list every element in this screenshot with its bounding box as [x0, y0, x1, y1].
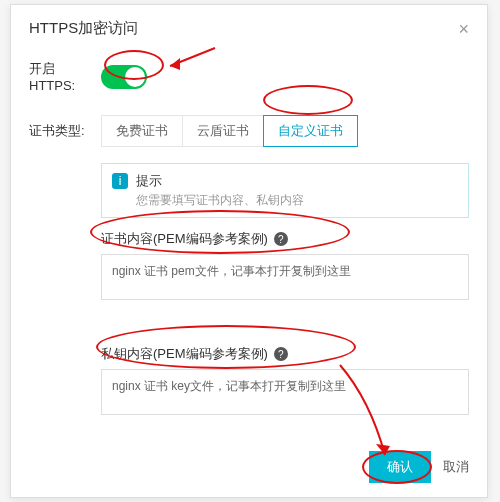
cert-content-label-text: 证书内容(PEM编码参考案例) [101, 230, 268, 248]
hint-text: 提示 您需要填写证书内容、私钥内容 [136, 172, 304, 209]
tab-free-cert[interactable]: 免费证书 [102, 116, 183, 146]
close-icon[interactable]: × [458, 20, 469, 38]
tab-custom-cert[interactable]: 自定义证书 [263, 115, 358, 147]
cancel-button[interactable]: 取消 [443, 458, 469, 476]
cert-content-label: 证书内容(PEM编码参考案例) ? [101, 230, 469, 248]
hint-subtitle: 您需要填写证书内容、私钥内容 [136, 192, 304, 209]
cert-type-row: 证书类型: 免费证书 云盾证书 自定义证书 [29, 115, 469, 147]
key-content-input[interactable] [101, 369, 469, 415]
key-content-block: 私钥内容(PEM编码参考案例) ? [101, 345, 469, 418]
confirm-button[interactable]: 确认 [369, 451, 431, 483]
enable-https-toggle[interactable] [101, 65, 147, 89]
dialog-header: HTTPS加密访问 × [29, 19, 469, 38]
dialog-footer: 确认 取消 [369, 451, 469, 483]
key-content-label-text: 私钥内容(PEM编码参考案例) [101, 345, 268, 363]
help-icon[interactable]: ? [274, 232, 288, 246]
help-icon[interactable]: ? [274, 347, 288, 361]
cert-content-block: 证书内容(PEM编码参考案例) ? [101, 230, 469, 303]
hint-title: 提示 [136, 172, 304, 190]
enable-https-row: 开启HTTPS: [29, 60, 469, 93]
info-icon: i [112, 173, 128, 189]
dialog-title: HTTPS加密访问 [29, 19, 138, 38]
cert-type-label: 证书类型: [29, 122, 101, 140]
cert-content-input[interactable] [101, 254, 469, 300]
hint-box: i 提示 您需要填写证书内容、私钥内容 [101, 163, 469, 218]
enable-https-label: 开启HTTPS: [29, 60, 101, 93]
key-content-label: 私钥内容(PEM编码参考案例) ? [101, 345, 469, 363]
https-dialog: HTTPS加密访问 × 开启HTTPS: 证书类型: 免费证书 云盾证书 自定义… [10, 4, 488, 498]
tab-yundun-cert[interactable]: 云盾证书 [183, 116, 264, 146]
cert-type-tabs: 免费证书 云盾证书 自定义证书 [101, 115, 358, 147]
toggle-knob [125, 67, 145, 87]
